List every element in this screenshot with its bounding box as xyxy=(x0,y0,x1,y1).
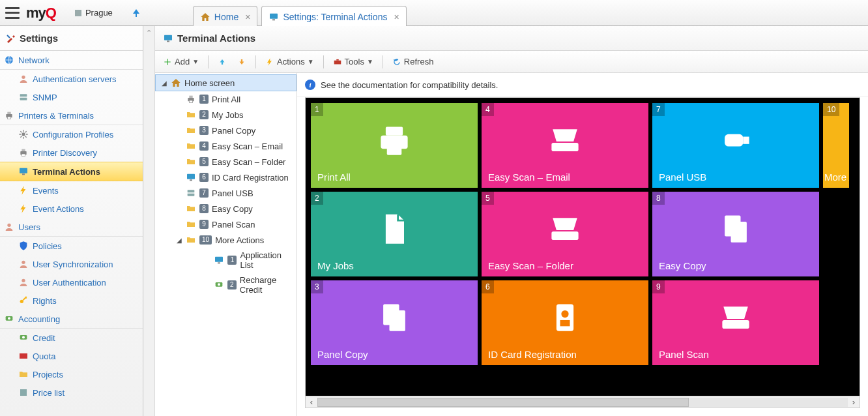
tab-home[interactable]: Home × xyxy=(193,6,258,28)
scanner2-icon xyxy=(716,298,755,339)
tile[interactable]: 9 Panel Scan xyxy=(652,280,819,365)
item-icon xyxy=(186,235,196,245)
item-icon xyxy=(186,125,196,136)
tabs: Home × Settings: Terminal Actions × xyxy=(193,2,407,24)
tree-item[interactable]: 4Easy Scan – Email xyxy=(171,138,297,154)
tile-label: Panel Scan xyxy=(659,349,813,360)
item-label: Application List xyxy=(240,250,294,270)
tab-label: Settings: Terminal Actions xyxy=(283,12,387,22)
sidebar-item-config-profiles[interactable]: Configuration Profiles xyxy=(0,125,143,143)
close-icon[interactable]: × xyxy=(394,12,399,22)
tree-item[interactable]: 2Recharge Credit xyxy=(199,273,297,297)
sidebar-group-accounting[interactable]: Accounting xyxy=(0,310,143,329)
user-icon xyxy=(18,259,29,269)
sidebar-item-user-sync[interactable]: User Synchronization xyxy=(0,255,143,273)
tree-item[interactable]: 8Easy Copy xyxy=(171,201,297,216)
sidebar-item-price-list[interactable]: Price list xyxy=(0,383,143,402)
location-arrow[interactable] xyxy=(125,5,147,22)
monitor-icon xyxy=(268,12,279,22)
tile[interactable]: 3 Panel Copy xyxy=(311,280,478,365)
sidebar-group-printers[interactable]: Printers & Terminals xyxy=(0,106,143,125)
move-up-button[interactable] xyxy=(214,55,231,68)
tile-label: Print All xyxy=(317,171,471,183)
tile[interactable]: 5 Easy Scan – Folder xyxy=(482,192,648,276)
item-number: 8 xyxy=(199,204,209,213)
sidebar-group-network[interactable]: Network xyxy=(0,51,143,70)
scroll-right-icon[interactable]: › xyxy=(848,397,860,407)
tile[interactable]: 10 More Actions xyxy=(823,103,849,188)
tile[interactable]: 7 Panel USB xyxy=(652,103,819,188)
info-text: See the documentation for compatibility … xyxy=(321,80,498,90)
tools-icon xyxy=(5,33,16,44)
money-icon xyxy=(18,333,29,343)
sidebar-item-credit[interactable]: Credit xyxy=(0,329,143,347)
tile-number: 6 xyxy=(482,280,494,293)
refresh-button[interactable]: Refresh xyxy=(388,55,438,68)
scroll-left-icon[interactable]: ‹ xyxy=(306,397,317,407)
tree-item[interactable]: 1Print All xyxy=(171,91,297,107)
sidebar-item-snmp[interactable]: SNMP xyxy=(0,88,143,106)
item-icon xyxy=(186,172,196,183)
item-icon xyxy=(186,219,196,230)
tile-label: Panel USB xyxy=(659,171,813,183)
tree-item[interactable]: 3Panel Copy xyxy=(171,123,297,138)
idcard-icon xyxy=(545,298,585,339)
tile[interactable]: 8 Easy Copy xyxy=(652,192,819,276)
sidebar-item-events[interactable]: Events xyxy=(0,181,143,200)
collapse-strip[interactable]: ⌃ xyxy=(143,26,155,416)
horizontal-scrollbar[interactable]: ‹ › xyxy=(306,396,860,408)
item-label: Easy Scan – Email xyxy=(212,141,283,151)
folder-icon xyxy=(18,369,29,379)
bolt-icon xyxy=(265,57,274,67)
tile-label: ID Card Registration xyxy=(488,349,642,360)
sidebar-item-policies[interactable]: Policies xyxy=(0,237,143,255)
sidebar-item-event-actions[interactable]: Event Actions xyxy=(0,200,143,218)
tile-label: My Jobs xyxy=(317,260,471,271)
tools-button[interactable]: Tools▼ xyxy=(329,55,377,68)
tree-item[interactable]: 9Panel Scan xyxy=(171,216,297,232)
tree-root[interactable]: ◢Home screen xyxy=(155,74,297,91)
sidebar-item-rights[interactable]: Rights xyxy=(0,291,143,310)
item-label: Easy Copy xyxy=(212,204,253,214)
monitor-icon xyxy=(18,166,29,177)
tile-number: 1 xyxy=(311,103,323,116)
tab-terminal-actions[interactable]: Settings: Terminal Actions × xyxy=(261,6,406,28)
tile-number: 3 xyxy=(311,280,323,293)
arrow-up-icon xyxy=(218,57,227,67)
tree-item[interactable]: 5Easy Scan – Folder xyxy=(171,154,297,170)
tree-item[interactable]: 1Application List xyxy=(199,248,297,273)
globe-icon xyxy=(4,55,14,65)
tile-label: Easy Scan – Email xyxy=(488,171,642,183)
money-icon xyxy=(4,314,14,324)
shield-icon xyxy=(18,241,29,251)
add-button[interactable]: Add▼ xyxy=(159,55,203,68)
toolbox-icon xyxy=(333,57,342,67)
sidebar-item-projects[interactable]: Projects xyxy=(0,365,143,383)
tile[interactable]: 2 My Jobs xyxy=(311,192,478,276)
refresh-icon xyxy=(392,57,401,67)
svg-rect-30 xyxy=(75,10,81,16)
tree-item[interactable]: 6ID Card Registration xyxy=(171,170,297,185)
actions-button[interactable]: Actions▼ xyxy=(261,55,318,68)
item-label: Recharge Credit xyxy=(240,275,294,295)
tile[interactable]: 6 ID Card Registration xyxy=(482,280,648,365)
tile[interactable]: 4 Easy Scan – Email xyxy=(482,103,648,188)
tile-number: 9 xyxy=(652,280,665,293)
tile[interactable]: 1 Print All xyxy=(311,103,478,188)
sidebar-item-auth-servers[interactable]: Authentication servers xyxy=(0,70,143,88)
sidebar-group-users[interactable]: Users xyxy=(0,218,143,237)
tree-item[interactable]: 2My Jobs xyxy=(171,107,297,123)
move-down-button[interactable] xyxy=(233,55,250,68)
sidebar-item-terminal-actions[interactable]: Terminal Actions xyxy=(0,162,143,181)
tree-item[interactable]: ◢10More Actions xyxy=(171,232,297,248)
menu-button[interactable] xyxy=(5,7,20,19)
tree-item[interactable]: 7Panel USB xyxy=(171,185,297,201)
location-chip[interactable]: Prague xyxy=(68,5,119,21)
item-number: 5 xyxy=(199,157,209,166)
sidebar-item-printer-discovery[interactable]: Printer Discovery xyxy=(0,143,143,162)
info-icon: i xyxy=(305,80,315,90)
close-icon[interactable]: × xyxy=(245,12,250,22)
sidebar-item-user-auth[interactable]: User Authentication xyxy=(0,273,143,291)
tile-number: 8 xyxy=(652,192,665,205)
sidebar-item-quota[interactable]: Quota xyxy=(0,347,143,365)
